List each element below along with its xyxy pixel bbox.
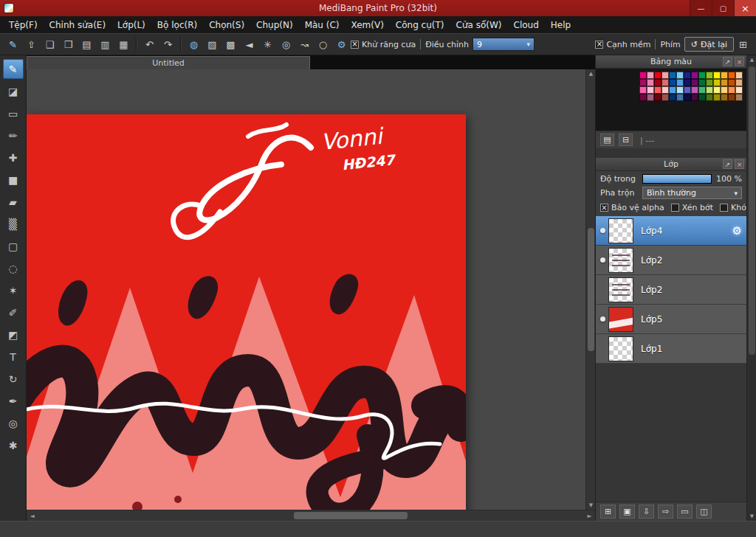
merge-down-button[interactable]: ⇩ (639, 505, 654, 519)
color-swatch[interactable] (691, 86, 698, 94)
material-grid-button[interactable]: ▦ (114, 36, 133, 53)
color-swatch[interactable] (728, 94, 735, 101)
eraser-tool[interactable]: ◪ (3, 81, 24, 101)
maximize-button[interactable]: ▢ (712, 0, 734, 16)
layer-folder-button[interactable]: ▭ (677, 505, 693, 519)
color-panel-popout-icon[interactable]: ↗ (723, 57, 732, 66)
snap-radial-button[interactable]: ◎ (277, 36, 295, 53)
canvas-artwork[interactable]: Vonni HĐ247 (27, 114, 466, 510)
toolbar-overflow-button[interactable]: ⊞ (734, 36, 752, 53)
dock-scroll-down-icon[interactable] (747, 512, 756, 521)
menu-item[interactable]: Chọn(S) (203, 18, 250, 32)
color-swatch[interactable] (647, 79, 654, 86)
color-swatch[interactable] (676, 72, 684, 79)
layer-row[interactable]: Lớp2 ⚙ (596, 275, 746, 305)
scroll-up-arrow-icon[interactable] (586, 69, 595, 78)
color-swatch[interactable] (647, 72, 654, 79)
color-swatch[interactable] (728, 86, 735, 94)
blend-mode-dropdown[interactable]: Bình thường (642, 187, 742, 199)
snap-curve-button[interactable]: ↝ (295, 36, 314, 53)
color-swatch[interactable] (662, 72, 669, 79)
close-button[interactable]: × (734, 0, 756, 16)
menu-item[interactable]: Chỉnh sửa(E) (44, 18, 112, 32)
color-swatch[interactable] (647, 86, 654, 94)
color-swatch[interactable] (735, 72, 743, 79)
color-swatch[interactable] (676, 79, 684, 86)
color-swatch[interactable] (654, 86, 662, 94)
snap-settings-button[interactable]: ⚙ (332, 36, 351, 53)
duplicate-layer-button[interactable]: ▣ (619, 505, 635, 519)
canvas-viewport[interactable]: Vonni HĐ247 (27, 69, 595, 510)
brush-tool[interactable]: ✎ (3, 59, 24, 79)
color-swatch[interactable] (721, 72, 728, 79)
layer-visibility-toggle[interactable] (597, 316, 608, 322)
bucket-tool[interactable]: ▰ (3, 192, 24, 212)
layer-option-checkbox[interactable]: Xén bớt (671, 203, 713, 212)
layer-row[interactable]: Lớp2 ⚙ (596, 246, 746, 275)
color-swatch[interactable] (669, 94, 676, 101)
scroll-down-arrow-icon[interactable] (586, 501, 595, 510)
snap-parallel-button[interactable]: ▨ (203, 36, 221, 53)
menu-item[interactable]: Công cụ(T) (390, 18, 450, 32)
delete-color-button[interactable]: ⊟ (619, 134, 633, 146)
color-swatch[interactable] (735, 94, 743, 101)
gradient-tool[interactable]: ▒ (3, 214, 24, 234)
antialias-checkbox[interactable] (351, 41, 359, 49)
opacity-slider[interactable] (642, 174, 712, 184)
redo-button[interactable]: ↷ (159, 36, 177, 53)
select-rect-tool[interactable]: ▢ (3, 236, 24, 256)
color-swatch[interactable] (735, 86, 743, 94)
eyedropper-tool[interactable]: ◎ (3, 413, 24, 433)
menu-item[interactable]: Xem(V) (346, 18, 390, 32)
layer-panel-close-icon[interactable]: × (735, 159, 744, 169)
hand-tool[interactable]: ✱ (3, 435, 24, 455)
horizontal-scroll-thumb[interactable] (294, 512, 408, 519)
lasso-tool[interactable]: ◌ (3, 258, 24, 278)
layer-settings-gear-icon[interactable]: ⚙ (732, 224, 742, 238)
color-swatch[interactable] (713, 72, 721, 79)
snap-cross-button[interactable]: ✳ (258, 36, 277, 53)
pen-settings-button[interactable]: ✎ (4, 36, 22, 53)
color-swatch[interactable] (639, 79, 647, 86)
add-layer-button[interactable]: ⊞ (600, 505, 616, 519)
color-swatch[interactable] (669, 86, 676, 94)
dock-scroll-up-icon[interactable] (747, 55, 756, 64)
menu-item[interactable]: Help (545, 18, 577, 32)
color-swatch[interactable] (639, 86, 647, 94)
select-eraser-tool[interactable]: ◩ (3, 325, 24, 344)
transfer-layer-button[interactable]: ⇨ (658, 505, 673, 519)
color-swatch[interactable] (669, 72, 676, 79)
panel-button[interactable]: ❒ (59, 36, 78, 53)
menu-item[interactable]: Lớp(L) (111, 18, 151, 32)
merge-visible-button[interactable]: ◫ (696, 505, 712, 519)
menu-item[interactable]: Cửa sổ(W) (450, 18, 508, 32)
select-pen-tool[interactable]: ✐ (3, 302, 24, 322)
color-swatch[interactable] (639, 94, 647, 101)
vertical-scroll-thumb[interactable] (588, 228, 594, 351)
color-swatch[interactable] (676, 94, 684, 101)
rotate-view-tool[interactable]: ↻ (3, 369, 24, 389)
dock-scroll-thumb[interactable] (749, 66, 755, 355)
color-swatch[interactable] (698, 72, 706, 79)
color-swatch[interactable] (691, 79, 698, 86)
snap-ellipse-button[interactable]: ○ (314, 36, 332, 53)
color-swatch[interactable] (706, 72, 713, 79)
layer-visibility-toggle[interactable] (597, 346, 608, 351)
color-swatch[interactable] (647, 94, 654, 101)
dock-scrollbar[interactable] (746, 55, 756, 521)
color-swatch[interactable] (654, 72, 662, 79)
export-button[interactable]: ⇧ (22, 36, 41, 53)
color-swatch[interactable] (691, 72, 698, 79)
color-swatch[interactable] (728, 72, 735, 79)
document-button[interactable]: ▤ (78, 36, 96, 53)
color-swatch[interactable] (706, 79, 713, 86)
layer-visibility-toggle[interactable] (597, 228, 608, 233)
color-swatch[interactable] (654, 79, 662, 86)
color-swatch[interactable] (698, 94, 706, 101)
menu-item[interactable]: Chụp(N) (250, 18, 299, 32)
color-swatch[interactable] (721, 79, 728, 86)
color-swatch[interactable] (639, 72, 647, 79)
layer-visibility-toggle[interactable] (597, 257, 608, 263)
document-tab[interactable]: Untitled (27, 56, 310, 69)
color-swatch[interactable] (698, 86, 706, 94)
